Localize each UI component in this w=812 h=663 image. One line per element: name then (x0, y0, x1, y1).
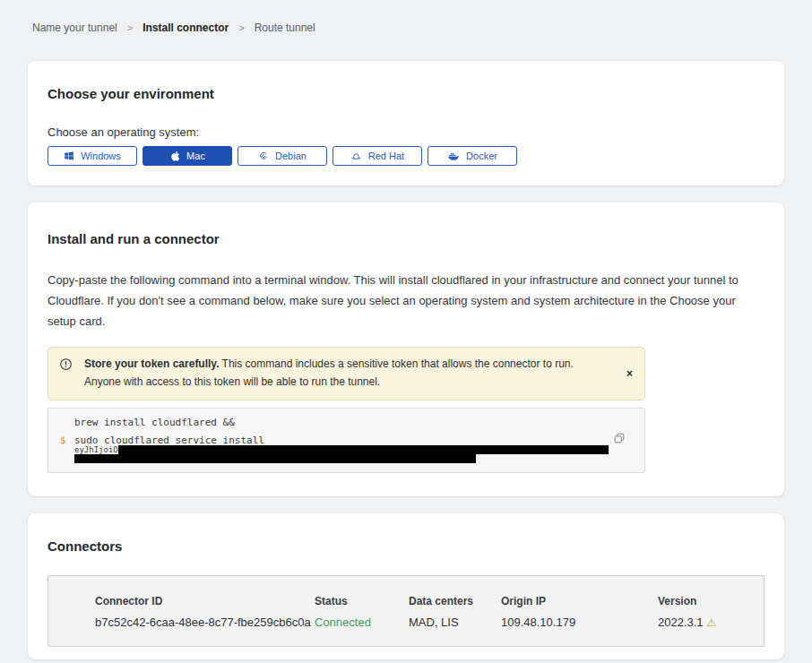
column-header-version: Version (658, 595, 764, 607)
command-line-1: brew install cloudflared && (74, 417, 235, 428)
shell-prompt: $ (60, 435, 66, 446)
windows-icon (64, 151, 74, 161)
os-button-label: Red Hat (368, 151, 404, 161)
breadcrumb-separator: > (238, 22, 244, 33)
redacted-token-bar (118, 445, 609, 454)
connectors-title: Connectors (48, 538, 764, 554)
breadcrumb-name-your-tunnel[interactable]: Name your tunnel (32, 22, 117, 34)
token-warning-banner: Store your token carefully. This command… (48, 347, 645, 400)
connectors-card: Connectors Connector ID Status Data cent… (28, 513, 784, 659)
redacted-token-bar (74, 454, 476, 463)
column-header-data-centers: Data centers (409, 595, 501, 607)
warning-bold-text: Store your token carefully. (84, 357, 220, 370)
os-button-group: Windows Mac Debian (48, 146, 764, 166)
install-connector-title: Install and run a connector (48, 231, 764, 246)
environment-card-title: Choose your environment (48, 86, 764, 101)
environment-card: Choose your environment Choose an operat… (28, 61, 784, 185)
info-icon (59, 357, 73, 377)
version-value: 2022.3.1⚠ (658, 616, 764, 629)
os-button-label: Windows (81, 151, 121, 161)
warning-triangle-icon: ⚠ (707, 616, 717, 629)
column-header-status: Status (315, 595, 409, 607)
tunnel-setup-page: Name your tunnel > Install connector > R… (0, 0, 812, 663)
copy-icon[interactable] (613, 432, 626, 444)
origin-ip-value: 109.48.10.179 (501, 616, 658, 629)
install-connector-card: Install and run a connector Copy-paste t… (28, 202, 784, 496)
breadcrumb-separator: > (127, 22, 133, 33)
connectors-table: Connector ID Status Data centers Origin … (48, 575, 764, 647)
breadcrumb-install-connector[interactable]: Install connector (143, 22, 229, 34)
os-button-windows[interactable]: Windows (48, 146, 137, 166)
breadcrumb: Name your tunnel > Install connector > R… (0, 0, 812, 34)
column-header-connector-id: Connector ID (95, 595, 315, 607)
token-line: eyJhIjoiO (74, 445, 609, 454)
breadcrumb-route-tunnel[interactable]: Route tunnel (255, 22, 315, 34)
docker-icon (447, 151, 460, 161)
install-connector-description: Copy-paste the following command into a … (48, 270, 760, 332)
install-command-code-block: $ brew install cloudflared && sudo cloud… (48, 408, 645, 473)
os-button-label: Docker (466, 151, 497, 161)
column-header-origin-ip: Origin IP (501, 595, 658, 607)
os-button-docker[interactable]: Docker (428, 146, 517, 166)
os-select-label: Choose an operating system: (48, 125, 764, 139)
close-icon[interactable]: × (626, 368, 633, 379)
os-button-redhat[interactable]: Red Hat (333, 146, 422, 166)
connector-id-value: b7c52c42-6caa-48ee-8c77-fbe259cb6c0a (95, 616, 315, 629)
status-badge: Connected (315, 616, 409, 629)
redhat-icon (350, 151, 362, 162)
os-button-debian[interactable]: Debian (238, 146, 327, 166)
os-button-label: Mac (186, 151, 205, 161)
debian-icon (258, 151, 269, 161)
data-centers-value: MAD, LIS (409, 616, 501, 629)
os-button-label: Debian (275, 151, 307, 161)
os-button-mac[interactable]: Mac (143, 146, 232, 166)
apple-icon (169, 150, 180, 162)
token-prefix: eyJhIjoiO (74, 445, 118, 454)
